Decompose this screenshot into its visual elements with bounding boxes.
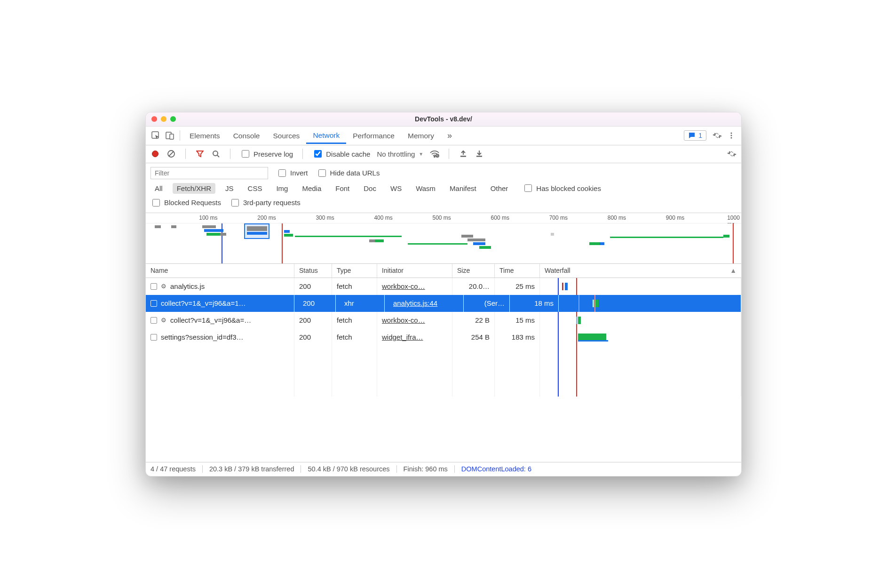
clear-button[interactable] (166, 149, 176, 159)
row-checkbox-icon (150, 334, 157, 341)
divider (449, 149, 449, 159)
ov-bar (204, 229, 223, 232)
has-blocked-cookies-input[interactable] (524, 184, 532, 192)
load-line (282, 223, 283, 263)
tab-performance[interactable]: Performance (346, 128, 401, 143)
request-type: fetch (332, 278, 377, 295)
filter-type-all[interactable]: All (150, 183, 167, 194)
waterfall-cell (540, 278, 741, 295)
divider (185, 149, 186, 159)
preserve-log-checkbox[interactable]: Preserve log (240, 149, 293, 159)
filter-type-ws[interactable]: WS (386, 183, 406, 194)
ov-bar (610, 237, 723, 238)
filter-type-other[interactable]: Other (486, 183, 513, 194)
col-name[interactable]: Name (146, 264, 294, 278)
ov-bar (220, 233, 226, 236)
timeline-body[interactable] (146, 223, 741, 263)
request-name: collect?v=1&_v=j96&a=… (170, 316, 251, 324)
col-time[interactable]: Time (495, 264, 540, 278)
table-row[interactable]: collect?v=1&_v=j96&a=1… 200 xhr analytic… (146, 295, 741, 312)
filter-input[interactable] (150, 167, 268, 179)
col-waterfall-label: Waterfall (545, 267, 570, 274)
search-icon[interactable] (211, 149, 221, 159)
has-blocked-cookies-checkbox[interactable]: Has blocked cookies (523, 183, 601, 193)
svg-point-13 (731, 153, 733, 155)
waterfall-cell (562, 295, 741, 312)
request-time: 18 ms (514, 295, 559, 312)
ov-bar (551, 233, 554, 236)
request-initiator[interactable]: workbox-co… (382, 316, 425, 324)
timeline-selection[interactable] (244, 223, 269, 239)
inspect-element-icon[interactable] (149, 128, 163, 143)
tab-network[interactable]: Network (306, 127, 346, 144)
import-har-icon[interactable] (459, 149, 468, 159)
filter-type-font[interactable]: Font (331, 183, 354, 194)
filter-type-media[interactable]: Media (298, 183, 325, 194)
disable-cache-checkbox[interactable]: Disable cache (312, 149, 370, 159)
col-status[interactable]: Status (294, 264, 332, 278)
filter-type-fetch-xhr[interactable]: Fetch/XHR (173, 183, 215, 194)
ov-bar (155, 225, 161, 228)
issues-button[interactable]: 1 (684, 130, 706, 141)
filter-type-doc[interactable]: Doc (359, 183, 380, 194)
col-type[interactable]: Type (332, 264, 377, 278)
blocked-requests-input[interactable] (152, 199, 160, 207)
network-settings-icon[interactable] (727, 149, 737, 159)
throttling-select[interactable]: No throttling ▼ (377, 150, 423, 158)
export-har-icon[interactable] (475, 149, 484, 159)
ov-bar (284, 234, 293, 237)
request-initiator[interactable]: widget_ifra… (382, 333, 423, 341)
third-party-checkbox[interactable]: 3rd-party requests (230, 198, 301, 208)
divider (302, 149, 303, 159)
filter-type-css[interactable]: CSS (244, 183, 267, 194)
filter-icon[interactable] (195, 149, 205, 159)
device-toolbar-icon[interactable] (163, 128, 177, 143)
disable-cache-input[interactable] (314, 150, 322, 158)
tick: 400 ms (374, 215, 392, 221)
blocked-requests-checkbox[interactable]: Blocked Requests (150, 198, 221, 208)
request-initiator[interactable]: analytics.js:44 (393, 299, 437, 307)
table-row[interactable]: ⚙analytics.js 200 fetch workbox-co… 20.0… (146, 278, 741, 295)
tick: 800 ms (608, 215, 626, 221)
tick: 700 ms (549, 215, 568, 221)
kebab-menu-icon[interactable] (724, 128, 738, 143)
record-button[interactable] (150, 149, 160, 159)
tab-sources[interactable]: Sources (267, 128, 307, 143)
settings-icon[interactable] (710, 128, 724, 143)
status-resources: 50.4 kB / 970 kB resources (301, 465, 396, 473)
status-bar: 4 / 47 requests 20.3 kB / 379 kB transfe… (146, 462, 741, 476)
tick: 600 ms (491, 215, 509, 221)
table-row[interactable]: ⚙collect?v=1&_v=j96&a=… 200 fetch workbo… (146, 312, 741, 329)
filter-type-img[interactable]: Img (272, 183, 292, 194)
network-conditions-icon[interactable] (430, 149, 439, 159)
invert-input[interactable] (278, 169, 286, 177)
svg-point-5 (731, 135, 732, 136)
hide-data-urls-checkbox[interactable]: Hide data URLs (317, 168, 380, 178)
divider (230, 149, 230, 159)
table-row[interactable]: settings?session_id=df3… 200 fetch widge… (146, 329, 741, 346)
timeline-overview[interactable]: 100 ms 200 ms 300 ms 400 ms 500 ms 600 m… (146, 213, 741, 264)
request-initiator[interactable]: workbox-co… (382, 282, 425, 290)
preserve-log-input[interactable] (242, 150, 249, 158)
tab-console[interactable]: Console (227, 128, 267, 143)
ov-bar (284, 230, 290, 233)
filter-type-wasm[interactable]: Wasm (412, 183, 440, 194)
tick: 300 ms (316, 215, 334, 221)
disable-cache-label: Disable cache (326, 150, 370, 158)
col-waterfall[interactable]: Waterfall ▲ (540, 264, 741, 278)
col-size[interactable]: Size (452, 264, 495, 278)
invert-label: Invert (290, 169, 308, 177)
ov-bar (202, 225, 216, 228)
request-size: (Ser… (467, 295, 510, 312)
col-initiator[interactable]: Initiator (377, 264, 452, 278)
tab-elements[interactable]: Elements (183, 128, 227, 143)
invert-checkbox[interactable]: Invert (277, 168, 308, 178)
filter-type-js[interactable]: JS (221, 183, 238, 194)
more-tabs-button[interactable]: » (441, 127, 459, 144)
hide-data-urls-input[interactable] (318, 169, 326, 177)
third-party-input[interactable] (231, 199, 239, 207)
filter-type-manifest[interactable]: Manifest (445, 183, 481, 194)
tab-memory[interactable]: Memory (401, 128, 441, 143)
request-type: xhr (340, 295, 385, 312)
table-row (146, 380, 741, 397)
